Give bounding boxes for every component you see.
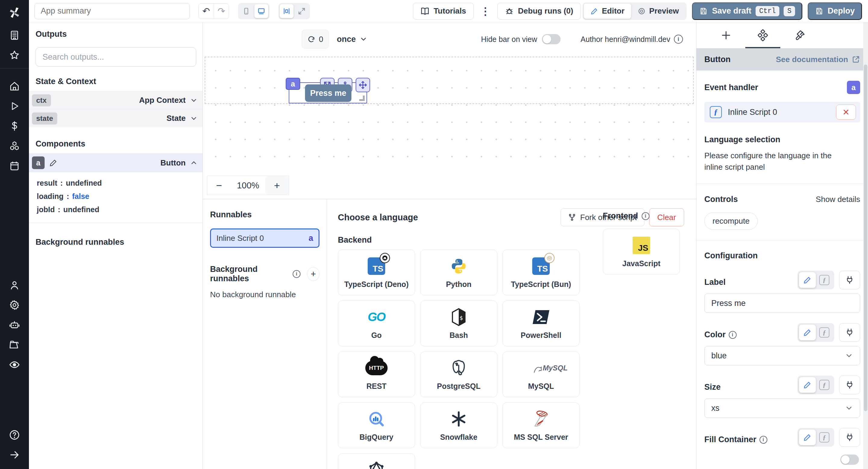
lang-card-bash[interactable]: $ Bash (420, 301, 497, 346)
prop-loading[interactable]: loading:false (37, 190, 203, 203)
info-icon[interactable]: i (642, 212, 650, 220)
home-icon[interactable] (0, 76, 29, 96)
rename-pencil-icon[interactable] (47, 156, 60, 169)
prop-result[interactable]: result:undefined (37, 176, 203, 190)
refresh-count-chip[interactable]: 0 (302, 30, 329, 49)
connect-plug-icon[interactable] (839, 271, 860, 289)
add-background-runnable-button[interactable]: + (307, 267, 319, 281)
size-select[interactable]: xs (704, 399, 860, 418)
editor-tab[interactable]: Editor (584, 4, 631, 19)
inline-script-row[interactable]: ƒ Inline Script 0 ✕ (704, 102, 860, 122)
pencil-static-icon[interactable] (799, 324, 816, 340)
runnable-item[interactable]: Inline Script 0 a (210, 228, 319, 248)
lang-card-bigquery[interactable]: BigQuery (338, 402, 415, 448)
scrollbar-thumb[interactable] (864, 64, 867, 411)
help-icon[interactable] (0, 425, 29, 445)
selected-component-box[interactable]: a Press me (289, 82, 367, 103)
search-outputs-input[interactable] (36, 47, 196, 67)
lang-card-graphql[interactable]: GraphQL (338, 453, 415, 469)
audit-eye-icon[interactable] (0, 355, 29, 375)
lang-card-mssql[interactable]: MS SQL Server (502, 402, 580, 448)
component-id-tag[interactable]: a (286, 78, 300, 90)
remove-script-button[interactable]: ✕ (836, 104, 856, 120)
folders-icon[interactable] (0, 335, 29, 355)
paintbrush-icon[interactable] (794, 30, 805, 41)
debug-runs-button[interactable]: Debug runs (0) (497, 3, 581, 20)
chevron-up-icon[interactable] (190, 159, 198, 167)
pencil-static-icon[interactable] (799, 377, 816, 393)
lang-card-powershell[interactable]: PowerShell (502, 301, 580, 346)
lang-card-typescript-deno[interactable]: TS TypeScript (Deno) (338, 250, 415, 295)
prop-jobid[interactable]: jobId:undefined (37, 203, 203, 216)
variables-dollar-icon[interactable] (0, 116, 29, 136)
lang-card-mysql[interactable]: MySQL MySQL (502, 351, 580, 397)
zoom-out-button[interactable]: − (207, 176, 231, 195)
hide-bar-toggle[interactable] (542, 34, 561, 44)
lang-card-python[interactable]: Python (420, 250, 497, 295)
label-input[interactable] (704, 293, 860, 313)
info-icon[interactable]: i (674, 35, 683, 44)
move-icon[interactable] (355, 78, 370, 92)
info-icon[interactable]: i (760, 436, 767, 444)
press-me-button[interactable]: Press me (305, 84, 351, 102)
deploy-button[interactable]: Deploy (808, 2, 862, 20)
chevron-down-icon[interactable] (190, 96, 198, 104)
show-details-link[interactable]: Show details (816, 195, 860, 204)
component-button-row[interactable]: a Button (29, 153, 203, 172)
run-mode-select[interactable]: once (337, 35, 367, 44)
app-summary-input[interactable] (34, 3, 190, 19)
user-icon[interactable] (0, 275, 29, 295)
windmill-logo[interactable] (0, 0, 29, 25)
lang-card-snowflake[interactable]: Snowflake (420, 402, 497, 448)
recompute-pill[interactable]: recompute (704, 213, 758, 230)
lang-card-postgresql[interactable]: PostgreSQL (420, 351, 497, 397)
zoom-in-button[interactable]: + (265, 176, 289, 195)
connect-plug-icon[interactable] (839, 323, 860, 342)
fx-expression-icon[interactable]: ƒ (816, 324, 833, 340)
lang-card-typescript-bun[interactable]: TS TypeScript (Bun) (502, 250, 580, 295)
fx-expression-icon[interactable]: ƒ (816, 272, 833, 288)
more-menu-kebab-icon[interactable]: ⋮ (474, 5, 497, 17)
pencil-static-icon[interactable] (799, 272, 816, 288)
info-icon[interactable]: i (293, 270, 301, 278)
connect-plug-icon[interactable] (839, 376, 860, 394)
state-row[interactable]: state State (29, 109, 203, 127)
mobile-icon[interactable] (239, 4, 253, 18)
runs-play-icon[interactable] (0, 96, 29, 116)
workers-robot-icon[interactable] (0, 315, 29, 335)
lang-card-go[interactable]: GO Go (338, 301, 415, 346)
lang-card-rest[interactable]: HTTP REST (338, 351, 415, 397)
preview-tab[interactable]: Preview (631, 4, 685, 19)
ctx-row[interactable]: ctx App Context (29, 91, 203, 109)
desktop-icon[interactable] (254, 4, 268, 18)
scrollbar-track[interactable] (863, 22, 868, 469)
undo-icon[interactable]: ↶ (198, 4, 214, 19)
star-icon[interactable] (0, 45, 29, 65)
center-align-icon[interactable] (280, 4, 293, 18)
fx-expression-icon[interactable]: ƒ (816, 377, 833, 393)
resize-handle[interactable] (359, 96, 365, 101)
settings-gear-icon[interactable] (0, 295, 29, 315)
buildings-icon[interactable] (0, 25, 29, 45)
fx-expression-icon[interactable]: ƒ (816, 430, 833, 445)
fill-container-toggle[interactable] (840, 455, 859, 465)
chevron-down-icon[interactable] (190, 115, 198, 122)
color-select[interactable]: blue (704, 346, 860, 365)
save-draft-button[interactable]: Save draft Ctrl S (692, 2, 802, 20)
component-settings-icon[interactable] (757, 29, 769, 41)
tutorials-button[interactable]: Tutorials (413, 3, 474, 20)
schedules-calendar-icon[interactable] (0, 156, 29, 176)
color-select-value: blue (711, 351, 727, 361)
plus-icon[interactable] (721, 30, 732, 41)
pencil-static-icon[interactable] (799, 430, 816, 445)
collapse-arrow-icon[interactable] (0, 445, 29, 465)
lang-card-javascript[interactable]: JS JavaScript (603, 229, 680, 275)
resources-cubes-icon[interactable] (0, 136, 29, 156)
fullwidth-expand-icon[interactable] (295, 4, 309, 18)
redo-icon[interactable]: ↷ (214, 4, 229, 19)
info-icon[interactable]: i (729, 331, 737, 339)
clear-button[interactable]: Clear (649, 208, 684, 226)
connect-plug-icon[interactable] (839, 428, 860, 447)
see-documentation-link[interactable]: See documentation (776, 55, 860, 64)
app-grid-outline[interactable] (205, 57, 694, 104)
